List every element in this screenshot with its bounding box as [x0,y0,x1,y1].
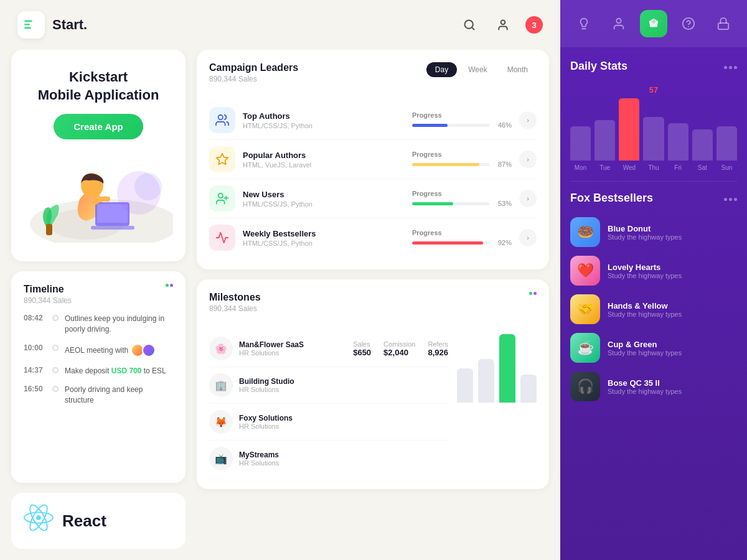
fox-bestsellers-menu[interactable] [724,198,737,201]
campaign-row-chevron[interactable]: › [519,151,537,168]
tab-week[interactable]: Week [459,62,496,77]
chart-label-wed: Wed [619,164,639,171]
svg-rect-1 [24,24,30,25]
user-icon[interactable] [492,14,514,36]
logo: Start. [17,11,87,39]
chart-bar-fri [668,123,688,161]
timeline-item: 14:37 Make deposit USD 700 to ESL [24,366,173,376]
panel-icon-fox[interactable] [640,10,667,37]
svg-rect-2 [24,27,31,29]
kickstart-title: Kickstart Mobile Application [38,68,159,104]
panel-icon-lightbulb[interactable] [570,10,598,37]
chart-bar-thu [643,117,664,161]
panel-icon-question[interactable] [675,10,702,37]
svg-point-18 [36,515,41,520]
create-app-button[interactable]: Create App [54,114,143,139]
timeline-subtitle: 890,344 Sales [24,296,72,305]
chart-bar-mon [570,126,591,161]
tab-day[interactable]: Day [426,62,457,77]
svg-rect-11 [91,226,134,230]
svg-rect-12 [46,224,52,235]
timeline-title: Timeline [24,284,72,295]
chart-label-fri: Fri [668,164,688,171]
campaign-row: New Users HTML/CSS/JS, Python Progress 5… [209,179,537,218]
milestone-icon: 🏢 [209,373,233,397]
header: Start. 3 [0,0,560,50]
campaign-tabs: Day Week Month [426,62,537,77]
milestones-subtitle: 890,344 Sales [209,304,261,313]
svg-point-14 [134,173,162,200]
panel-icon-lock[interactable] [710,10,737,37]
bestseller-item: 🎧 Bose QC 35 II Study the highway types [570,371,737,401]
timeline-card: Timeline 890,344 Sales 08:42 Outlines ke… [11,271,186,483]
notification-badge[interactable]: 3 [525,16,543,34]
svg-line-4 [472,27,474,30]
panel-icon-person[interactable] [605,10,632,37]
campaign-subtitle: 890,344 Sales [209,75,298,83]
milestone-icon: 🌸 [209,337,233,360]
logo-icon [17,11,45,39]
bestseller-item: ☕ Cup & Green Study the highway types [570,333,737,363]
header-icons: 3 [458,14,543,36]
milestones-card: Milestones 890,344 Sales 🌸 [197,279,549,489]
svg-rect-0 [24,21,32,22]
campaign-title: Campaign Leaders [209,62,298,73]
chart-bar-sat [692,129,713,161]
logo-text: Start. [52,17,87,33]
bestseller-item: 🍩 Blue Donut Study the highway types [570,217,737,247]
daily-stats-title: Daily Stats [570,60,627,73]
chart-label-mon: Mon [570,164,591,171]
timeline-item: 10:00 AEOL meeting with [24,343,173,357]
chart-label-sun: Sun [716,164,737,171]
panel-top-icons [560,0,747,47]
milestone-icon: 📺 [209,447,233,470]
kickstart-card: Kickstart Mobile Application Create App [11,50,186,261]
bestseller-thumb-blue-donut: 🍩 [570,217,600,247]
weekly-bestsellers-icon [209,225,235,251]
timeline-menu[interactable] [166,284,173,287]
svg-point-19 [218,115,223,119]
campaign-row-chevron[interactable]: › [519,229,537,246]
right-panel: Daily Stats 57 Mon Tue Wed [560,0,747,560]
timeline-item: 08:42 Outlines keep you indulging in poo… [24,314,173,335]
popular-authors-icon [209,146,235,172]
chart-bar-sun [716,126,737,161]
panel-content: Daily Stats 57 Mon Tue Wed [560,47,747,560]
search-icon[interactable] [458,14,481,36]
kickstart-illustration [24,143,173,243]
chart-label-tue: Tue [594,164,615,171]
tab-month[interactable]: Month [499,62,537,77]
campaign-row-chevron[interactable]: › [519,190,537,207]
milestones-chart [457,330,537,405]
daily-stats-menu[interactable] [724,66,737,69]
chart-bar-tue [594,120,615,161]
campaign-row: Popular Authors HTML, VueJS, Laravel Pro… [209,140,537,179]
chart-bar-active [499,334,515,403]
chart-peak-value: 57 [570,85,737,95]
svg-point-21 [218,194,223,198]
milestone-item: 🌸 Man&Flower SaaS HR Solutions Sales $65… [209,330,448,367]
campaign-row: Top Authors HTML/CSS/JS, Python Progress… [209,101,537,140]
bestseller-thumb-cup-green: ☕ [570,333,600,363]
milestones-title: Milestones [209,292,261,303]
bestseller-thumb-lovely-hearts: ❤️ [570,256,600,286]
svg-rect-27 [718,23,729,29]
bestseller-thumb-bose: 🎧 [570,371,600,401]
top-authors-icon [209,107,235,133]
react-icon [24,503,54,539]
svg-marker-20 [217,154,228,164]
chart-bar [478,359,494,403]
bestseller-item: ❤️ Lovely Hearts Study the highway types [570,256,737,286]
campaign-row-chevron[interactable]: › [519,111,537,129]
milestone-item: 🦊 Foxy Solutions HR Solutions [209,404,448,441]
milestone-item: 🏢 Building Studio HR Solutions [209,367,448,404]
milestone-item: 📺 MyStreams HR Solutions [209,441,448,477]
chart-bar [520,375,537,403]
fox-bestsellers-title: Fox Bestsellers [570,192,653,205]
milestones-menu[interactable] [529,292,537,295]
chart-label-sat: Sat [692,164,713,171]
campaign-card: Campaign Leaders 890,344 Sales Day Week … [197,50,549,269]
chart-bar [457,368,473,403]
bestseller-item: 🤝 Hands & Yellow Study the highway types [570,294,737,324]
new-users-icon [209,185,235,212]
